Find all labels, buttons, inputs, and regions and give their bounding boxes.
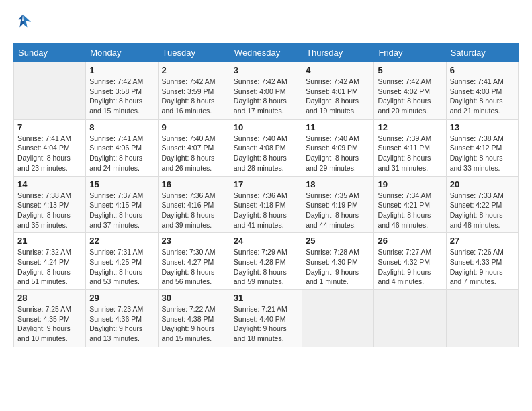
logo-icon [13, 13, 32, 32]
day-detail: Sunrise: 7:23 AM Sunset: 4:36 PM Dayligh… [89, 304, 154, 344]
calendar-cell [374, 290, 446, 347]
day-detail: Sunrise: 7:22 AM Sunset: 4:38 PM Dayligh… [162, 304, 226, 344]
day-detail: Sunrise: 7:36 AM Sunset: 4:18 PM Dayligh… [234, 191, 298, 230]
calendar-cell: 12Sunrise: 7:39 AM Sunset: 4:11 PM Dayli… [374, 119, 446, 176]
calendar-cell: 9Sunrise: 7:40 AM Sunset: 4:07 PM Daylig… [158, 119, 230, 176]
calendar-cell: 10Sunrise: 7:40 AM Sunset: 4:08 PM Dayli… [230, 119, 302, 176]
day-detail: Sunrise: 7:40 AM Sunset: 4:07 PM Dayligh… [162, 134, 226, 173]
day-number: 19 [378, 179, 442, 189]
day-number: 1 [89, 65, 154, 75]
calendar-cell [302, 290, 374, 347]
day-header-tuesday: Tuesday [158, 44, 230, 62]
day-detail: Sunrise: 7:28 AM Sunset: 4:30 PM Dayligh… [306, 247, 370, 287]
day-number: 16 [162, 179, 226, 189]
day-detail: Sunrise: 7:33 AM Sunset: 4:22 PM Dayligh… [450, 191, 515, 230]
day-detail: Sunrise: 7:34 AM Sunset: 4:21 PM Dayligh… [378, 191, 442, 230]
week-row-2: 7Sunrise: 7:41 AM Sunset: 4:04 PM Daylig… [14, 119, 519, 176]
calendar-cell: 24Sunrise: 7:29 AM Sunset: 4:28 PM Dayli… [230, 233, 302, 290]
day-detail: Sunrise: 7:35 AM Sunset: 4:19 PM Dayligh… [306, 191, 370, 230]
calendar-cell: 4Sunrise: 7:42 AM Sunset: 4:01 PM Daylig… [302, 62, 374, 120]
calendar-cell: 6Sunrise: 7:41 AM Sunset: 4:03 PM Daylig… [446, 62, 518, 120]
calendar-cell: 14Sunrise: 7:38 AM Sunset: 4:13 PM Dayli… [14, 176, 86, 233]
day-header-saturday: Saturday [446, 44, 518, 62]
day-header-wednesday: Wednesday [230, 44, 302, 62]
day-detail: Sunrise: 7:29 AM Sunset: 4:28 PM Dayligh… [234, 247, 298, 287]
day-detail: Sunrise: 7:38 AM Sunset: 4:13 PM Dayligh… [17, 191, 82, 230]
calendar-cell [14, 62, 86, 120]
header-row: SundayMondayTuesdayWednesdayThursdayFrid… [14, 44, 519, 62]
day-detail: Sunrise: 7:36 AM Sunset: 4:16 PM Dayligh… [162, 191, 226, 230]
day-number: 28 [17, 293, 82, 303]
day-number: 7 [17, 122, 82, 132]
calendar-cell: 20Sunrise: 7:33 AM Sunset: 4:22 PM Dayli… [446, 176, 518, 233]
day-detail: Sunrise: 7:27 AM Sunset: 4:32 PM Dayligh… [378, 247, 442, 287]
day-detail: Sunrise: 7:37 AM Sunset: 4:15 PM Dayligh… [89, 191, 154, 230]
calendar-cell: 23Sunrise: 7:30 AM Sunset: 4:27 PM Dayli… [158, 233, 230, 290]
day-detail: Sunrise: 7:40 AM Sunset: 4:09 PM Dayligh… [306, 134, 370, 173]
day-number: 15 [89, 179, 154, 189]
calendar-cell: 31Sunrise: 7:21 AM Sunset: 4:40 PM Dayli… [230, 290, 302, 347]
day-number: 30 [162, 293, 226, 303]
calendar-cell: 26Sunrise: 7:27 AM Sunset: 4:32 PM Dayli… [374, 233, 446, 290]
day-number: 18 [306, 179, 370, 189]
day-detail: Sunrise: 7:42 AM Sunset: 4:00 PM Dayligh… [234, 77, 298, 116]
day-header-monday: Monday [86, 44, 158, 62]
day-header-thursday: Thursday [302, 44, 374, 62]
week-row-1: 1Sunrise: 7:42 AM Sunset: 3:58 PM Daylig… [14, 62, 519, 120]
day-number: 22 [89, 236, 154, 246]
day-detail: Sunrise: 7:38 AM Sunset: 4:12 PM Dayligh… [450, 134, 515, 173]
day-number: 9 [162, 122, 226, 132]
calendar-cell: 18Sunrise: 7:35 AM Sunset: 4:19 PM Dayli… [302, 176, 374, 233]
calendar-table: SundayMondayTuesdayWednesdayThursdayFrid… [13, 43, 519, 347]
calendar-cell: 15Sunrise: 7:37 AM Sunset: 4:15 PM Dayli… [86, 176, 158, 233]
day-number: 14 [17, 179, 82, 189]
calendar-cell: 19Sunrise: 7:34 AM Sunset: 4:21 PM Dayli… [374, 176, 446, 233]
day-number: 2 [162, 65, 226, 75]
calendar-cell: 30Sunrise: 7:22 AM Sunset: 4:38 PM Dayli… [158, 290, 230, 347]
calendar-cell: 7Sunrise: 7:41 AM Sunset: 4:04 PM Daylig… [14, 119, 86, 176]
day-number: 6 [450, 65, 515, 75]
calendar-cell [446, 290, 518, 347]
calendar-cell: 29Sunrise: 7:23 AM Sunset: 4:36 PM Dayli… [86, 290, 158, 347]
day-number: 26 [378, 236, 442, 246]
day-number: 21 [17, 236, 82, 246]
calendar-cell: 28Sunrise: 7:25 AM Sunset: 4:35 PM Dayli… [14, 290, 86, 347]
calendar-cell: 8Sunrise: 7:41 AM Sunset: 4:06 PM Daylig… [86, 119, 158, 176]
day-number: 29 [89, 293, 154, 303]
day-detail: Sunrise: 7:31 AM Sunset: 4:25 PM Dayligh… [89, 247, 154, 287]
day-number: 17 [234, 179, 298, 189]
day-number: 13 [450, 122, 515, 132]
page-header [13, 13, 519, 32]
calendar-cell: 25Sunrise: 7:28 AM Sunset: 4:30 PM Dayli… [302, 233, 374, 290]
day-detail: Sunrise: 7:30 AM Sunset: 4:27 PM Dayligh… [162, 247, 226, 287]
day-number: 24 [234, 236, 298, 246]
calendar-cell: 16Sunrise: 7:36 AM Sunset: 4:16 PM Dayli… [158, 176, 230, 233]
day-detail: Sunrise: 7:42 AM Sunset: 3:58 PM Dayligh… [89, 77, 154, 116]
calendar-cell: 3Sunrise: 7:42 AM Sunset: 4:00 PM Daylig… [230, 62, 302, 120]
day-detail: Sunrise: 7:39 AM Sunset: 4:11 PM Dayligh… [378, 134, 442, 173]
day-number: 23 [162, 236, 226, 246]
day-number: 10 [234, 122, 298, 132]
calendar-cell: 11Sunrise: 7:40 AM Sunset: 4:09 PM Dayli… [302, 119, 374, 176]
day-number: 8 [89, 122, 154, 132]
day-detail: Sunrise: 7:42 AM Sunset: 3:59 PM Dayligh… [162, 77, 226, 116]
day-header-friday: Friday [374, 44, 446, 62]
day-number: 27 [450, 236, 515, 246]
day-detail: Sunrise: 7:41 AM Sunset: 4:04 PM Dayligh… [17, 134, 82, 173]
day-header-sunday: Sunday [14, 44, 86, 62]
day-number: 31 [234, 293, 298, 303]
day-number: 11 [306, 122, 370, 132]
day-number: 20 [450, 179, 515, 189]
day-detail: Sunrise: 7:41 AM Sunset: 4:03 PM Dayligh… [450, 77, 515, 116]
calendar-cell: 21Sunrise: 7:32 AM Sunset: 4:24 PM Dayli… [14, 233, 86, 290]
calendar-cell: 1Sunrise: 7:42 AM Sunset: 3:58 PM Daylig… [86, 62, 158, 120]
week-row-5: 28Sunrise: 7:25 AM Sunset: 4:35 PM Dayli… [14, 290, 519, 347]
calendar-cell: 5Sunrise: 7:42 AM Sunset: 4:02 PM Daylig… [374, 62, 446, 120]
calendar-cell: 2Sunrise: 7:42 AM Sunset: 3:59 PM Daylig… [158, 62, 230, 120]
week-row-3: 14Sunrise: 7:38 AM Sunset: 4:13 PM Dayli… [14, 176, 519, 233]
week-row-4: 21Sunrise: 7:32 AM Sunset: 4:24 PM Dayli… [14, 233, 519, 290]
day-number: 4 [306, 65, 370, 75]
day-detail: Sunrise: 7:42 AM Sunset: 4:02 PM Dayligh… [378, 77, 442, 116]
day-detail: Sunrise: 7:25 AM Sunset: 4:35 PM Dayligh… [17, 304, 82, 344]
day-detail: Sunrise: 7:21 AM Sunset: 4:40 PM Dayligh… [234, 304, 298, 344]
